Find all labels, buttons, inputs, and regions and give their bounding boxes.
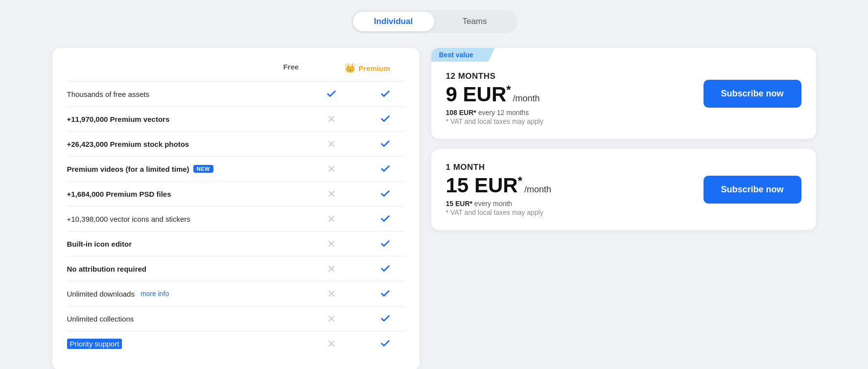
annual-period-label: 12 MONTHS	[446, 71, 704, 81]
feature-label-unlimited-downloads: Unlimited downloads more info	[67, 290, 317, 298]
monthly-price-value: 15	[446, 174, 469, 197]
feature-row-premium-photos: +26,423,000 Premium stock photos	[67, 131, 405, 156]
feature-label-premium-vectors: +11,970,000 Premium vectors	[67, 115, 317, 123]
free-column-header: Free	[276, 63, 305, 73]
priority-support-highlighted: Priority support	[67, 339, 122, 349]
feature-label-premium-photos: +26,423,000 Premium stock photos	[67, 140, 317, 148]
feature-row-free-assets: Thousands of free assets	[67, 81, 405, 106]
free-check-free-assets	[317, 89, 346, 99]
free-check-unlimited-collections	[317, 314, 346, 323]
monthly-total-amount: 15 EUR*	[446, 200, 472, 208]
free-check-premium-videos	[317, 164, 346, 174]
monthly-total-detail: every month	[474, 200, 512, 208]
feature-label-vector-icons: +10,398,000 vector icons and stickers	[67, 215, 317, 223]
monthly-price-asterisk: *	[518, 174, 522, 187]
annual-pricing-info: 12 MONTHS 9 EUR*/month 108 EUR* every 12…	[446, 71, 704, 125]
premium-check-premium-videos	[371, 163, 400, 174]
annual-price-currency: EUR	[463, 83, 507, 106]
feature-row-no-attribution: No attribution required	[67, 256, 405, 281]
premium-check-unlimited-downloads	[371, 288, 400, 299]
feature-label-free-assets: Thousands of free assets	[67, 90, 317, 98]
premium-check-premium-psd	[371, 188, 400, 199]
annual-price-main: 9 EUR*/month	[446, 84, 704, 105]
annual-total-amount: 108 EUR*	[446, 109, 476, 116]
premium-column-header: 👑 Premium	[345, 63, 390, 73]
best-value-ribbon: Best value	[431, 48, 495, 62]
premium-check-free-assets	[371, 89, 400, 99]
monthly-period-label: 1 MONTH	[446, 162, 704, 172]
feature-label-premium-psd: +1,684,000 Premium PSD files	[67, 190, 317, 198]
feature-row-premium-psd: +1,684,000 Premium PSD files	[67, 181, 405, 206]
annual-card-inner: 12 MONTHS 9 EUR*/month 108 EUR* every 12…	[446, 62, 801, 125]
feature-row-premium-vectors: +11,970,000 Premium vectors	[67, 106, 405, 131]
feature-row-premium-videos: Premium videos (for a limited time) NEW	[67, 156, 405, 181]
premium-check-no-attribution	[371, 263, 400, 274]
free-check-unlimited-downloads	[317, 289, 346, 299]
annual-price-detail: 108 EUR* every 12 months * VAT and local…	[446, 109, 704, 125]
annual-price-value: 9	[446, 83, 457, 106]
feature-row-icon-editor: Built-in icon editor	[67, 231, 405, 256]
features-comparison-card: Free 👑 Premium Thousands of free assets …	[52, 48, 420, 369]
feature-row-unlimited-collections: Unlimited collections	[67, 306, 405, 331]
plan-type-tabs: Individual Teams	[351, 10, 517, 33]
feature-row-unlimited-downloads: Unlimited downloads more info	[67, 281, 405, 306]
monthly-price-currency: EUR	[474, 174, 518, 197]
feature-label-icon-editor: Built-in icon editor	[67, 240, 317, 248]
feature-label-premium-videos: Premium videos (for a limited time) NEW	[67, 165, 317, 173]
feature-label-unlimited-collections: Unlimited collections	[67, 315, 317, 323]
monthly-subscribe-button[interactable]: Subscribe now	[704, 176, 801, 204]
annual-per-month: /month	[513, 93, 540, 103]
monthly-card-inner: 1 MONTH 15 EUR*/month 15 EUR* every mont…	[446, 162, 801, 216]
tab-teams[interactable]: Teams	[434, 12, 516, 31]
main-content: Free 👑 Premium Thousands of free assets …	[52, 48, 816, 369]
annual-total-detail: every 12 months	[478, 109, 529, 116]
free-check-premium-vectors	[317, 114, 346, 124]
annual-vat-note: * VAT and local taxes may apply	[446, 117, 704, 125]
annual-price-asterisk: *	[506, 83, 511, 96]
free-check-priority-support	[317, 339, 346, 348]
free-check-premium-psd	[317, 189, 346, 199]
new-badge: NEW	[193, 165, 213, 173]
free-check-icon-editor	[317, 239, 346, 249]
free-check-premium-photos	[317, 139, 346, 149]
annual-subscribe-button[interactable]: Subscribe now	[704, 80, 801, 108]
crown-icon: 👑	[345, 63, 355, 73]
premium-check-premium-photos	[371, 138, 400, 149]
feature-row-vector-icons: +10,398,000 vector icons and stickers	[67, 206, 405, 231]
premium-check-priority-support	[371, 338, 400, 349]
premium-check-vector-icons	[371, 213, 400, 224]
feature-label-no-attribution: No attribution required	[67, 265, 317, 273]
premium-check-premium-vectors	[371, 114, 400, 124]
free-check-no-attribution	[317, 264, 346, 274]
tab-individual[interactable]: Individual	[353, 12, 434, 31]
monthly-price-detail: 15 EUR* every month * VAT and local taxe…	[446, 200, 704, 216]
monthly-per-month: /month	[524, 184, 551, 194]
pricing-section: Best value 12 MONTHS 9 EUR*/month 108 EU…	[431, 48, 816, 230]
more-info-link[interactable]: more info	[141, 290, 169, 298]
monthly-price-main: 15 EUR*/month	[446, 175, 704, 196]
premium-check-icon-editor	[371, 238, 400, 249]
free-check-vector-icons	[317, 214, 346, 224]
features-header: Free 👑 Premium	[67, 63, 405, 73]
monthly-pricing-card: 1 MONTH 15 EUR*/month 15 EUR* every mont…	[431, 149, 816, 230]
annual-pricing-card: Best value 12 MONTHS 9 EUR*/month 108 EU…	[431, 48, 816, 139]
monthly-vat-note: * VAT and local taxes may apply	[446, 208, 704, 216]
premium-check-unlimited-collections	[371, 313, 400, 324]
monthly-pricing-info: 1 MONTH 15 EUR*/month 15 EUR* every mont…	[446, 162, 704, 216]
feature-label-priority-support: Priority support	[67, 339, 317, 349]
feature-row-priority-support: Priority support	[67, 331, 405, 356]
